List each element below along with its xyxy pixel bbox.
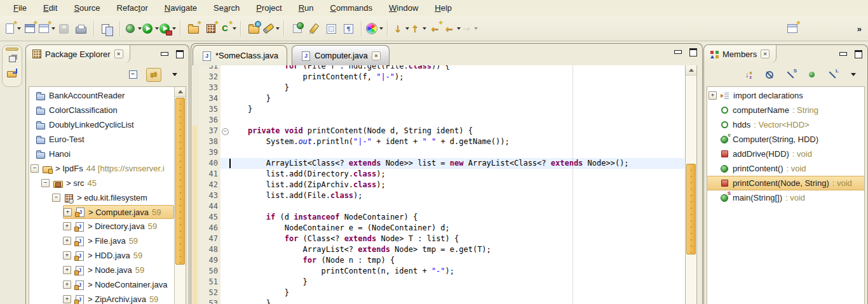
tree-item-euro-test[interactable]: Euro-Test — [31, 132, 174, 147]
tree-expander-icon[interactable]: + — [63, 237, 71, 245]
tree-item-node-java[interactable]: +> Node.java59 — [63, 263, 174, 277]
line-number[interactable]: 33 — [199, 83, 218, 93]
tree-item-file-java[interactable]: +> File.java59 — [63, 234, 174, 248]
tree-item-edu-kit-filesystem[interactable]: −> edu.kit.filesystem — [52, 190, 174, 205]
code-line[interactable] — [229, 147, 629, 158]
code-line[interactable]: list.add(File.class); — [229, 190, 629, 201]
code-line[interactable]: ArrayList<Class<? extends Node>> list = … — [229, 158, 629, 169]
editor-tab-computer-java[interactable]: Computer.java× — [292, 45, 390, 65]
menu-run[interactable]: Run — [290, 1, 322, 15]
line-number[interactable]: 31 — [199, 65, 218, 72]
menu-file[interactable]: File — [5, 1, 35, 15]
member-item-printcontent[interactable]: printContent() : void — [707, 161, 864, 176]
tree-item-doublylinkedcycliclist[interactable]: DoublyLinkedCyclicList — [31, 117, 174, 132]
package-explorer-scrollbar[interactable] — [174, 87, 186, 304]
tree-item-hanoi[interactable]: Hanoi — [31, 147, 174, 161]
next-annotation-button[interactable]: ↓ — [392, 20, 409, 37]
member-item-adddrive-hdd[interactable]: addDrive(HDD) : void — [707, 147, 864, 161]
hide-local-types-button[interactable]: L — [825, 68, 840, 82]
menu-source[interactable]: Source — [65, 1, 108, 15]
close-view-icon[interactable]: × — [114, 50, 123, 58]
code-line[interactable]: } — [229, 277, 629, 287]
member-item-main-string[interactable]: Smain(String[]) : void — [707, 190, 864, 205]
run-button[interactable] — [142, 20, 159, 37]
line-numbers[interactable]: 3132333435363738394041424344454647484950… — [199, 65, 218, 304]
line-number[interactable]: 39 — [199, 147, 218, 158]
line-number[interactable]: 53 — [199, 298, 218, 304]
tree-item-colorclassification[interactable]: ColorClassification — [31, 103, 174, 117]
fast-view-drag-handle[interactable] — [6, 48, 18, 51]
code-line[interactable]: } — [229, 287, 629, 298]
maximize-button[interactable] — [689, 48, 697, 56]
new-view-button[interactable]: ✦ — [38, 20, 55, 37]
code-line[interactable]: System.out.println("|-" + ident + " " + … — [229, 136, 629, 147]
minimize-button[interactable] — [161, 52, 168, 56]
hide-static-members-button[interactable]: S — [783, 68, 798, 82]
menu-window[interactable]: Window — [381, 1, 426, 15]
code-line[interactable]: list.add(Directory.class); — [229, 169, 629, 180]
line-number[interactable]: 34 — [199, 93, 218, 104]
close-tab-icon[interactable]: × — [372, 51, 381, 60]
hide-fields-button[interactable] — [762, 68, 777, 82]
tree-expander-icon[interactable]: − — [52, 194, 60, 202]
code-line[interactable]: } — [229, 298, 629, 304]
menu-refactor[interactable]: Refactor — [109, 1, 156, 15]
tree-expander-icon[interactable]: + — [709, 91, 717, 100]
tree-expander-icon[interactable]: + — [64, 208, 72, 216]
dropdown-chevron-icon[interactable] — [474, 27, 478, 30]
tree-item-computer-java[interactable]: +> Computer.java59 — [63, 205, 174, 219]
minimize-button[interactable] — [839, 52, 847, 56]
fast-view-open-button[interactable] — [4, 66, 20, 80]
maximize-button[interactable] — [176, 50, 184, 58]
coverage-button[interactable] — [288, 20, 306, 37]
link-with-editor-button[interactable]: ⇄ — [146, 68, 161, 82]
view-menu-button[interactable] — [846, 68, 861, 82]
tab-members[interactable]: Members × — [704, 45, 776, 63]
code-line[interactable]: ArrayList<? extends Node> tmp = e.get(T)… — [229, 244, 629, 255]
run-external-tools-button[interactable] — [159, 20, 176, 37]
tree-item-bankaccountreader[interactable]: BankAccountReader — [31, 88, 174, 103]
code-line[interactable] — [229, 115, 629, 126]
tree-expander-icon[interactable]: + — [63, 251, 71, 260]
tree-expander-icon[interactable]: + — [63, 295, 71, 303]
tree-expander-icon[interactable]: + — [63, 281, 71, 289]
last-edit-location-button[interactable]: ←✦ — [426, 20, 444, 37]
code-line[interactable]: for (File f : hdd.get(File.class)) { — [229, 65, 629, 72]
code-line[interactable]: } — [229, 83, 629, 93]
menu-search[interactable]: Search — [205, 1, 248, 15]
sort-button[interactable]: ↓az — [741, 68, 756, 82]
editor-scrollbar[interactable] — [685, 65, 697, 304]
open-element-button[interactable] — [98, 20, 116, 37]
hide-non-public-button[interactable] — [804, 68, 819, 82]
debug-button[interactable] — [125, 20, 142, 37]
member-item-computer-string-hdd[interactable]: cComputer(String, HDD) — [707, 132, 864, 147]
code-line[interactable]: } — [229, 104, 629, 115]
toolbar-overflow-chevron[interactable]: » — [857, 24, 862, 34]
code-line[interactable]: list.add(ZipArchiv.class); — [229, 180, 629, 190]
dropdown-chevron-icon[interactable] — [233, 27, 236, 30]
tree-item-ziparchiv-java[interactable]: +> ZipArchiv.java59 — [63, 292, 174, 304]
new-java-project-button[interactable]: ✦ — [185, 20, 202, 37]
line-number[interactable]: 46 — [199, 223, 218, 234]
dropdown-chevron-icon[interactable] — [172, 27, 176, 30]
line-number[interactable]: 49 — [199, 255, 218, 266]
print-button[interactable] — [72, 20, 90, 37]
line-number[interactable]: 42 — [199, 180, 218, 190]
editor-tab-someclass-java[interactable]: *SomeClass.java — [193, 45, 287, 65]
tree-expander-icon[interactable]: + — [63, 222, 71, 230]
mark-occurrences-button[interactable] — [323, 20, 340, 37]
highlight-button[interactable] — [306, 20, 323, 37]
scrollbar-thumb[interactable] — [175, 98, 185, 265]
dropdown-chevron-icon[interactable] — [276, 27, 280, 30]
tree-expander-icon[interactable]: − — [41, 179, 50, 187]
tree-item-src[interactable]: −> src45 — [41, 176, 174, 190]
line-number[interactable]: 35 — [199, 104, 218, 115]
tree-item-hdd-java[interactable]: +> HDD.java59 — [63, 248, 174, 263]
tab-package-explorer[interactable]: Package Explorer × — [26, 45, 130, 63]
code-line[interactable]: for (Node n : tmp) { — [229, 255, 629, 266]
code-line[interactable]: } — [229, 93, 629, 104]
color-palette-button[interactable] — [366, 20, 383, 37]
code-line[interactable]: printContent(f, "|-"); — [229, 72, 629, 83]
menu-edit[interactable]: Edit — [35, 1, 65, 15]
previous-annotation-button[interactable]: ↑ — [409, 20, 426, 37]
